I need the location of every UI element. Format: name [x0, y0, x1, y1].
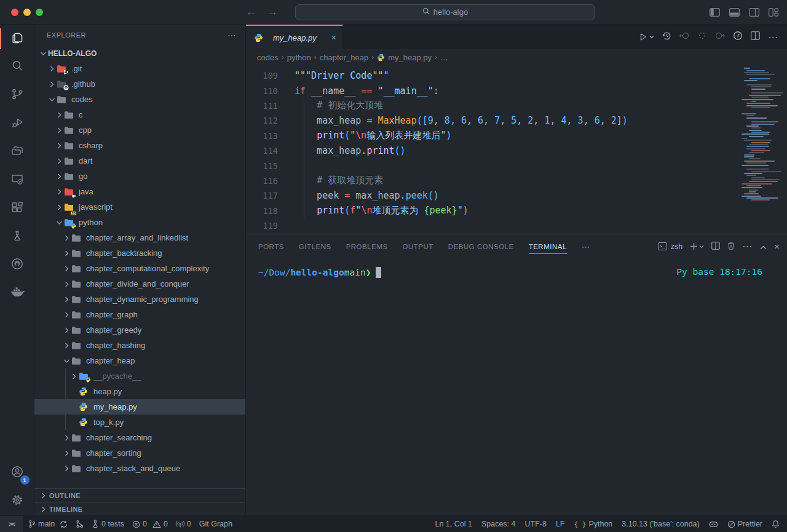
- toggle-primary-sidebar-icon[interactable]: [710, 8, 720, 17]
- tree-item[interactable]: java: [34, 184, 245, 199]
- step-over-icon[interactable]: [714, 31, 725, 42]
- breadcrumb-item[interactable]: my_heap.py: [377, 53, 432, 62]
- close-panel-icon[interactable]: ×: [774, 241, 780, 252]
- remote-indicator[interactable]: ><: [0, 516, 23, 532]
- indentation-setting[interactable]: Spaces: 4: [481, 520, 516, 528]
- tab-my-heap[interactable]: my_heap.py ×: [246, 25, 343, 49]
- tree-item[interactable]: csharp: [34, 138, 245, 153]
- prettier-status[interactable]: Prettier: [727, 520, 762, 528]
- tree-item[interactable]: dart: [34, 153, 245, 169]
- outline-section[interactable]: OUTLINE: [34, 488, 245, 502]
- tree-item[interactable]: JSjavascript: [34, 199, 245, 215]
- breadcrumb-item[interactable]: …: [440, 53, 448, 62]
- tests-status[interactable]: 0 tests: [92, 520, 124, 528]
- history-icon[interactable]: [662, 31, 671, 43]
- panel-tab-problems[interactable]: PROBLEMS: [346, 234, 388, 258]
- eol-setting[interactable]: LF: [556, 520, 565, 528]
- breadcrumb-item[interactable]: chapter_heap: [320, 53, 369, 62]
- tree-item[interactable]: chapter_stack_and_queue: [34, 461, 245, 476]
- code-line[interactable]: 115: [246, 158, 739, 173]
- run-python-file-button[interactable]: [639, 33, 654, 41]
- tree-item[interactable]: chapter_graph: [34, 307, 245, 322]
- encoding-setting[interactable]: UTF-8: [525, 520, 547, 528]
- sidebar-item-search[interactable]: [0, 53, 34, 81]
- tree-item[interactable]: chapter_greedy: [34, 322, 245, 338]
- split-editor-icon[interactable]: [751, 31, 760, 42]
- code-line[interactable]: 112 max_heap = MaxHeap([9, 8, 6, 6, 7, 5…: [246, 113, 739, 128]
- problems-status[interactable]: 0 0: [132, 520, 168, 528]
- record-icon[interactable]: [698, 31, 706, 42]
- tree-item[interactable]: heap.py: [34, 384, 245, 399]
- minimize-window-button[interactable]: [23, 9, 31, 16]
- code-line[interactable]: 117 peek = max_heap.peek(): [246, 188, 739, 203]
- code-line[interactable]: 113 print("\n输入列表并建堆后"): [246, 129, 739, 143]
- breadcrumb-item[interactable]: codes: [257, 53, 279, 62]
- close-window-button[interactable]: [11, 9, 18, 16]
- customize-layout-icon[interactable]: [769, 8, 778, 17]
- branch-status[interactable]: main: [28, 520, 68, 528]
- tree-item[interactable]: chapter_heap: [34, 353, 245, 368]
- ports-status[interactable]: 0: [176, 520, 191, 528]
- git-graph-label-button[interactable]: Git Graph: [199, 520, 232, 528]
- code-line[interactable]: 111 # 初始化大顶堆: [246, 98, 739, 113]
- tree-item[interactable]: chapter_computational_complexity: [34, 261, 245, 276]
- tree-item[interactable]: cpp: [34, 122, 245, 138]
- code-line[interactable]: 114 max_heap.print(): [246, 143, 739, 158]
- tree-item[interactable]: __pycache__: [34, 368, 245, 384]
- copilot-button[interactable]: [709, 520, 718, 528]
- python-interpreter[interactable]: 3.10.13 ('base': conda): [622, 520, 699, 528]
- panel-tab-debug-console[interactable]: DEBUG CONSOLE: [448, 234, 514, 258]
- sidebar-item-docker[interactable]: [0, 279, 34, 308]
- maximize-panel-icon[interactable]: [760, 241, 767, 252]
- sidebar-item-testing[interactable]: [0, 223, 34, 251]
- notifications-button[interactable]: [772, 520, 780, 528]
- sidebar-item-source-control[interactable]: [0, 81, 34, 109]
- more-actions-icon[interactable]: ⋯: [768, 31, 778, 43]
- panel-tab-output[interactable]: OUTPUT: [403, 234, 433, 258]
- tree-item[interactable]: chapter_hashing: [34, 338, 245, 353]
- navigate-back-icon[interactable]: ←: [246, 6, 256, 18]
- profile-icon[interactable]: [733, 31, 743, 43]
- command-center-search[interactable]: hello-algo: [295, 4, 595, 20]
- tree-item[interactable]: .github: [34, 76, 245, 92]
- tree-item[interactable]: .git: [34, 61, 245, 76]
- sidebar-item-github[interactable]: [0, 251, 34, 279]
- panel-tab-gitlens[interactable]: GITLENS: [299, 234, 331, 258]
- panel-tabs-more-icon[interactable]: ⋯: [582, 242, 591, 252]
- tree-item[interactable]: codes: [34, 92, 245, 107]
- tree-item[interactable]: chapter_searching: [34, 430, 245, 445]
- split-terminal-icon[interactable]: [711, 241, 720, 252]
- tree-item[interactable]: chapter_backtracking: [34, 245, 245, 261]
- tree-item[interactable]: my_heap.py: [34, 399, 245, 415]
- close-tab-icon[interactable]: ×: [331, 33, 336, 42]
- new-terminal-icon[interactable]: [690, 242, 704, 250]
- settings-button[interactable]: [0, 487, 34, 515]
- panel-tab-terminal[interactable]: TERMINAL: [529, 234, 567, 258]
- explorer-more-actions-icon[interactable]: ⋯: [227, 30, 237, 40]
- toggle-panel-icon[interactable]: [729, 8, 740, 17]
- language-mode[interactable]: { } Python: [574, 520, 613, 528]
- tree-root[interactable]: HELLO-ALGO: [34, 46, 245, 61]
- code-line[interactable]: 109"""Driver Code""": [246, 68, 739, 83]
- sidebar-item-explorer[interactable]: [0, 25, 34, 53]
- panel-more-actions-icon[interactable]: ⋯: [742, 240, 753, 252]
- sidebar-item-extensions[interactable]: [0, 194, 34, 223]
- git-graph-button[interactable]: [76, 520, 84, 528]
- tree-item[interactable]: chapter_array_and_linkedlist: [34, 230, 245, 245]
- toggle-secondary-sidebar-icon[interactable]: [749, 8, 759, 17]
- maximize-window-button[interactable]: [36, 9, 43, 16]
- code-line[interactable]: 118 print(f"\n堆顶元素为 {peek}"): [246, 204, 739, 218]
- code-editor[interactable]: 109"""Driver Code"""110if __name__ == "_…: [246, 65, 787, 234]
- breadcrumb-item[interactable]: python: [287, 53, 311, 62]
- sidebar-item-run-and-debug[interactable]: [0, 109, 34, 138]
- tree-item[interactable]: chapter_dynamic_programming: [34, 292, 245, 307]
- tree-item[interactable]: chapter_divide_and_conquer: [34, 276, 245, 292]
- minimap[interactable]: [739, 65, 787, 234]
- accounts-button[interactable]: 1: [0, 459, 34, 487]
- terminal[interactable]: ~/Dow/hello-algo main ❯ Py base 18:17:16: [246, 258, 787, 515]
- cursor-position[interactable]: Ln 1, Col 1: [435, 520, 472, 528]
- code-line[interactable]: 119: [246, 218, 739, 233]
- tree-item[interactable]: top_k.py: [34, 415, 245, 430]
- code-line[interactable]: 110if __name__ == "__main__":: [246, 83, 739, 98]
- tree-item[interactable]: go: [34, 169, 245, 184]
